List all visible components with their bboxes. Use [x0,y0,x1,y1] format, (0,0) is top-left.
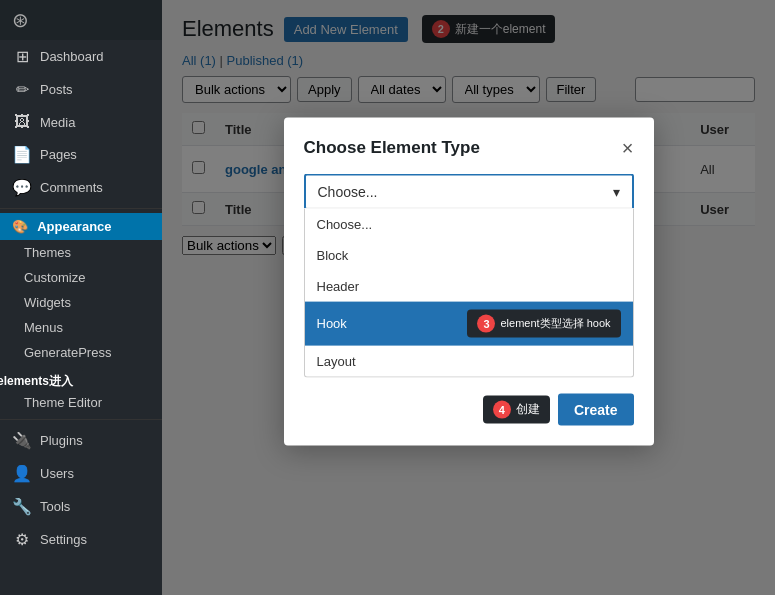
sidebar-item-widgets[interactable]: Widgets [0,290,162,315]
sidebar-plugins-label: Plugins [40,433,83,448]
dropdown-option-header[interactable]: Header [305,270,633,301]
dropdown-option-block[interactable]: Block [305,239,633,270]
sidebar-item-label: Dashboard [40,49,104,64]
sidebar-elements-label: Elements [24,370,82,385]
create-button[interactable]: Create [558,393,634,425]
modal-body: Choose... ▾ Choose... Block Header Hook … [304,173,634,377]
sidebar-item-posts[interactable]: ✏ Posts [0,73,162,106]
dropdown-option-hook[interactable]: Hook 3 element类型选择 hook [305,301,633,345]
sidebar-item-media[interactable]: 🖼 Media [0,106,162,138]
sidebar-item-comments[interactable]: 💬 Comments [0,171,162,204]
create-annotation: 4 创建 [483,395,550,423]
modal-footer: 4 创建 Create [304,393,634,425]
tools-icon: 🔧 [12,497,32,516]
sidebar-theme-editor-label: Theme Editor [24,395,102,410]
sidebar-settings-label: Settings [40,532,87,547]
element-type-dropdown: Choose... Block Header Hook 3 element类型选… [304,208,634,377]
sidebar-item-generatepress[interactable]: GeneratePress [0,340,162,365]
dropdown-option-choose[interactable]: Choose... [305,208,633,239]
chevron-down-icon: ▾ [613,183,620,199]
sidebar-item-elements[interactable]: Elements 1 点击elements进入 [0,365,162,390]
sidebar-widgets-label: Widgets [24,295,71,310]
sidebar-divider-1 [0,208,162,209]
pages-icon: 📄 [12,145,32,164]
sidebar-themes-label: Themes [24,245,71,260]
choose-element-modal: Choose Element Type × Choose... ▾ Choose… [284,117,654,445]
hook-badge: 3 [477,314,495,332]
sidebar-users-label: Users [40,466,74,481]
media-icon: 🖼 [12,113,32,131]
sidebar-item-themes[interactable]: Themes [0,240,162,265]
sidebar-tools-label: Tools [40,499,70,514]
sidebar-logo: ⊛ [0,0,162,40]
modal-title: Choose Element Type [304,137,480,157]
appearance-label: Appearance [37,219,111,234]
sidebar: ⊛ ⊞ Dashboard ✏ Posts 🖼 Media 📄 Pages 💬 … [0,0,162,595]
create-badge: 4 [493,400,511,418]
modal-header: Choose Element Type × [304,137,634,157]
sidebar-section-appearance[interactable]: 🎨 Appearance [0,213,162,240]
sidebar-menus-label: Menus [24,320,63,335]
element-type-select-display[interactable]: Choose... ▾ [304,173,634,208]
appearance-icon: 🎨 [12,219,28,234]
sidebar-item-menus[interactable]: Menus [0,315,162,340]
sidebar-item-customize[interactable]: Customize [0,265,162,290]
sidebar-item-theme-editor[interactable]: Theme Editor [0,390,162,415]
comments-icon: 💬 [12,178,32,197]
hook-option-label: Hook [317,316,347,331]
element-type-selected-value: Choose... [318,183,378,199]
main-content: Elements Add New Element 2 新建一个element A… [162,0,775,595]
settings-icon: ⚙ [12,530,32,549]
create-label-cn: 创建 [516,401,540,418]
sidebar-item-plugins[interactable]: 🔌 Plugins [0,424,162,457]
dropdown-option-layout[interactable]: Layout [305,345,633,376]
hook-tooltip-text: element类型选择 hook [500,316,610,331]
users-icon: 👤 [12,464,32,483]
sidebar-item-settings[interactable]: ⚙ Settings [0,523,162,556]
wp-logo-icon: ⊛ [12,8,29,32]
sidebar-generatepress-label: GeneratePress [24,345,111,360]
sidebar-item-tools[interactable]: 🔧 Tools [0,490,162,523]
modal-close-button[interactable]: × [622,137,634,157]
sidebar-item-users[interactable]: 👤 Users [0,457,162,490]
sidebar-item-label: Comments [40,180,103,195]
sidebar-item-label: Posts [40,82,73,97]
sidebar-divider-2 [0,419,162,420]
sidebar-item-dashboard[interactable]: ⊞ Dashboard [0,40,162,73]
posts-icon: ✏ [12,80,32,99]
plugins-icon: 🔌 [12,431,32,450]
sidebar-item-pages[interactable]: 📄 Pages [0,138,162,171]
dashboard-icon: ⊞ [12,47,32,66]
sidebar-item-label: Pages [40,147,77,162]
hook-annotation: 3 element类型选择 hook [467,309,620,337]
sidebar-item-label: Media [40,115,75,130]
element-type-select-wrapper: Choose... ▾ Choose... Block Header Hook … [304,173,634,377]
sidebar-customize-label: Customize [24,270,85,285]
